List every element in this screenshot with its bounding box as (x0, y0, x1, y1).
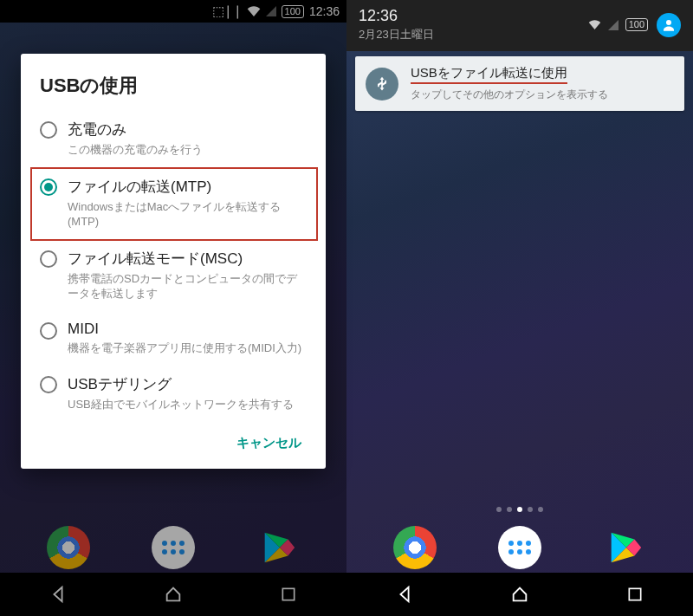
option-desc: USB経由でモバイルネットワークを共有する (68, 397, 308, 412)
nav-home-button[interactable] (498, 585, 541, 604)
notification-shade-header[interactable]: 12:36 2月23日土曜日 100 (346, 0, 693, 51)
svg-point-1 (666, 20, 671, 25)
option-file-transfer-msc[interactable]: ファイル転送モード(MSC) 携帯電話のSDカードとコンピュータの間でデータを転… (40, 240, 308, 312)
option-usb-tethering[interactable]: USBテザリング USB経由でモバイルネットワークを共有する (40, 366, 308, 423)
radio-icon (40, 250, 57, 268)
dock (346, 526, 693, 569)
navigation-bar (346, 573, 693, 616)
app-drawer-button[interactable] (498, 526, 541, 569)
option-label: ファイル転送モード(MSC) (68, 249, 308, 269)
shade-date: 2月23日土曜日 (359, 27, 580, 42)
svg-rect-2 (630, 588, 641, 600)
usb-icon (366, 68, 398, 101)
wifi-icon (588, 20, 601, 29)
signal-icon (608, 20, 619, 30)
shade-time: 12:36 (359, 7, 580, 25)
app-play-store[interactable] (603, 526, 646, 569)
nav-recent-button[interactable] (613, 586, 657, 603)
notification-title: USBをファイル転送に使用 (411, 65, 567, 84)
user-avatar[interactable] (657, 13, 681, 37)
option-label: 充電のみ (68, 120, 308, 139)
radio-icon (40, 376, 57, 393)
page-indicator (346, 507, 693, 512)
radio-icon (40, 121, 57, 139)
radio-icon (40, 178, 57, 196)
option-label: ファイルの転送(MTP) (68, 177, 308, 197)
option-label: MIDI (68, 321, 308, 338)
shade-status-icons: 100 (588, 18, 648, 31)
option-desc: 携帯電話のSDカードとコンピュータの間でデータを転送します (68, 271, 308, 302)
app-chrome[interactable] (393, 526, 437, 569)
usb-usage-dialog: USBの使用 充電のみ この機器の充電のみを行う ファイルの転送(MTP) Wi… (21, 54, 326, 469)
notification-subtitle: タップしてその他のオプションを表示する (411, 88, 608, 102)
usb-notification[interactable]: USBをファイル転送に使用 タップしてその他のオプションを表示する (355, 56, 684, 111)
nav-back-button[interactable] (383, 585, 426, 604)
option-charge-only[interactable]: 充電のみ この機器の充電のみを行う (40, 111, 308, 168)
option-desc: 機器を電子楽器アプリ用に使用する(MIDI入力) (68, 340, 308, 356)
option-file-transfer-mtp[interactable]: ファイルの転送(MTP) WindowsまたはMacへファイルを転送する(MTP… (31, 168, 317, 240)
phone-left: ⬚❘❘ 100 12:36 USBの使用 充電のみ この機器の充電のみを行う フ… (0, 0, 346, 616)
option-desc: この機器の充電のみを行う (68, 142, 308, 158)
dialog-title: USBの使用 (40, 73, 308, 99)
radio-icon (40, 322, 57, 340)
cancel-button[interactable]: キャンセル (230, 430, 308, 457)
phone-right: 12:36 2月23日土曜日 100 USBをファイル転送に使用 タップしてその… (346, 0, 693, 616)
battery-indicator: 100 (625, 18, 648, 31)
option-label: USBテザリング (68, 374, 308, 394)
option-desc: WindowsまたはMacへファイルを転送する(MTP) (68, 199, 308, 230)
option-midi[interactable]: MIDI 機器を電子楽器アプリ用に使用する(MIDI入力) (40, 312, 308, 366)
